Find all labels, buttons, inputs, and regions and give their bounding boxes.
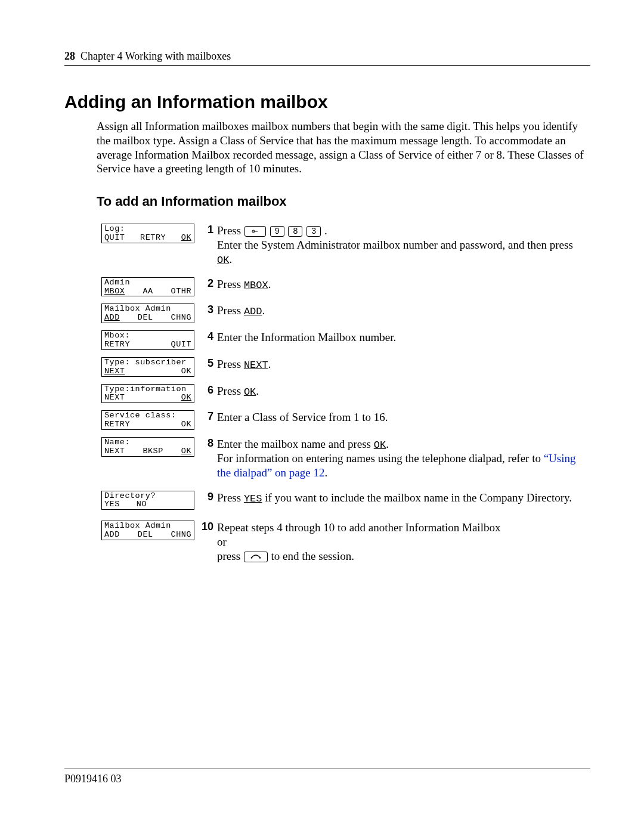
text: Repeat steps 4 through 10 to add another…	[217, 521, 500, 534]
text: .	[324, 224, 327, 237]
step-number: 1	[199, 224, 213, 236]
lcd-softkey-1: NEXT	[104, 394, 125, 402]
softkey-ref: YES	[244, 493, 262, 504]
text: .	[256, 385, 259, 397]
softkey-ref: MBOX	[244, 280, 268, 291]
lcd-softkey-3: OK	[181, 367, 191, 376]
step-number: 4	[199, 330, 213, 343]
step-number: 10	[199, 521, 213, 533]
text: Enter the System Administrator mailbox n…	[217, 239, 573, 251]
lcd-display: Name: NEXT BKSP OK	[101, 437, 194, 457]
step-8: Name: NEXT BKSP OK 8 Enter the mailbox n…	[101, 437, 590, 480]
step-6: Type:information NEXT OK 6 Press OK.	[101, 384, 590, 404]
text: .	[262, 304, 265, 317]
text: .	[268, 278, 271, 290]
step-text: Press OK.	[217, 384, 590, 398]
lcd-softkey-2: BKSP	[143, 447, 163, 456]
lcd-softkey-1: ADD	[104, 531, 120, 540]
lcd-display: Service class: RETRY OK	[101, 410, 194, 430]
step-number: 7	[199, 410, 213, 423]
softkey-ref: OK	[244, 386, 256, 398]
step-7: Service class: RETRY OK 7 Enter a Class …	[101, 410, 590, 430]
text: Press	[217, 224, 244, 237]
text: .	[268, 358, 271, 370]
lcd-softkey-2: RETRY	[140, 234, 166, 243]
softkey-ref: OK	[374, 439, 386, 451]
lcd-line1: Mbox:	[104, 332, 191, 340]
step-5: Type: subscriber NEXT OK 5 Press NEXT.	[101, 357, 590, 377]
step-number: 6	[199, 384, 213, 397]
digit-key: 9	[270, 226, 284, 237]
lcd-line1: Name:	[104, 438, 191, 447]
step-text: Press ADD.	[217, 304, 590, 318]
lcd-softkey-1: NEXT	[104, 367, 125, 376]
lcd-display: Admin MBOX AA OTHR	[101, 277, 194, 297]
lcd-line1: Admin	[104, 278, 191, 287]
lcd-softkey-3: OK	[181, 420, 191, 429]
intro-text: Assign all Information mailboxes mailbox…	[97, 119, 590, 176]
step-text: Enter the Information Mailbox number.	[217, 330, 590, 345]
svg-point-2	[251, 557, 253, 559]
lcd-line1: Service class:	[104, 411, 191, 420]
section-title: To add an Information mailbox	[97, 194, 590, 209]
lcd-line1: Mailbox Admin	[104, 522, 191, 531]
step-text: Press MBOX.	[217, 277, 590, 292]
text: Press	[217, 278, 244, 290]
step-text: Enter a Class of Service from 1 to 16.	[217, 410, 590, 425]
page-number: 28	[64, 50, 75, 62]
svg-point-3	[259, 557, 261, 559]
step-text: Press NEXT.	[217, 357, 590, 371]
digit-key: 3	[306, 226, 321, 237]
text: Press	[217, 491, 244, 504]
lcd-softkey-2: DEL	[138, 531, 153, 540]
lcd-line1: Type: subscriber	[104, 358, 191, 367]
lcd-line1: Type:information	[104, 385, 191, 394]
lcd-softkey-1: RETRY	[104, 420, 130, 429]
step-number: 3	[199, 304, 213, 316]
text: For information on entering names using …	[217, 452, 544, 465]
text: .	[386, 438, 389, 450]
text: Press	[217, 385, 244, 397]
page-header: 28 Chapter 4 Working with mailboxes	[64, 50, 590, 66]
release-key-icon	[244, 552, 268, 562]
text: Press	[217, 304, 244, 317]
step-2: Admin MBOX AA OTHR 2 Press MBOX.	[101, 277, 590, 297]
lcd-softkey-3: OK	[181, 234, 191, 243]
lcd-softkey-1: YES	[104, 500, 120, 509]
lcd-softkey-1: ADD	[104, 314, 120, 323]
lcd-display: Directory? YES NO	[101, 491, 194, 510]
footer-docid: P0919416 03	[64, 769, 590, 785]
text: .	[324, 466, 327, 479]
digit-key: 8	[288, 226, 302, 237]
step-text: Press YES if you want to include the mai…	[217, 491, 590, 505]
lcd-softkey-2: DEL	[138, 314, 153, 323]
lcd-softkey-2: AA	[143, 287, 153, 296]
lcd-softkey-1: RETRY	[104, 340, 130, 349]
feature-key-icon	[244, 226, 266, 237]
step-3: Mailbox Admin ADD DEL CHNG 3 Press ADD.	[101, 304, 590, 323]
lcd-line1: Log:	[104, 225, 191, 234]
lcd-softkey-3: OK	[181, 394, 191, 402]
lcd-softkey-1: NEXT	[104, 447, 125, 456]
text: .	[229, 253, 232, 265]
step-number: 9	[199, 491, 213, 503]
lcd-display: Log: QUIT RETRY OK	[101, 224, 194, 243]
softkey-ref: NEXT	[244, 360, 268, 371]
softkey-ref: OK	[217, 255, 229, 266]
step-number: 8	[199, 437, 213, 450]
step-text: Press 9 8 3 . Enter the System Administr…	[217, 224, 590, 267]
step-number: 5	[199, 357, 213, 370]
lcd-softkey-1: MBOX	[104, 287, 125, 296]
lcd-softkey-3: CHNG	[171, 531, 191, 540]
step-9: Directory? YES NO 9 Press YES if you wan…	[101, 491, 590, 510]
step-10: Mailbox Admin ADD DEL CHNG 10 Repeat ste…	[101, 521, 590, 563]
text: or	[217, 535, 227, 548]
step-4: Mbox: RETRY QUIT 4 Enter the Information…	[101, 330, 590, 350]
lcd-softkey-3: OTHR	[171, 287, 191, 296]
lcd-display: Mbox: RETRY QUIT	[101, 330, 194, 350]
text: press	[217, 550, 243, 562]
chapter-title: Chapter 4 Working with mailboxes	[80, 50, 231, 62]
text: if you want to include the mailbox name …	[262, 491, 572, 504]
text: Enter the mailbox name and press	[217, 438, 374, 450]
lcd-softkey-3: OK	[181, 447, 191, 456]
